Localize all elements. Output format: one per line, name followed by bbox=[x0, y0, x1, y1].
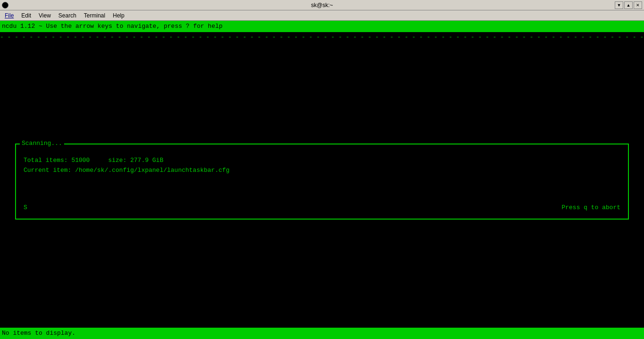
ncdu-status-bar: ncdu 1.12 ~ Use the arrow keys to naviga… bbox=[0, 21, 644, 32]
scanning-content: Total items: 51000 size: 277.9 GiB Curre… bbox=[24, 156, 620, 176]
menu-view[interactable]: View bbox=[35, 11, 55, 20]
menu-edit[interactable]: Edit bbox=[17, 11, 35, 20]
title-bar: sk@sk:~ ▼ ▲ ✕ bbox=[0, 0, 644, 10]
current-item-line: Current item: /home/sk/.config/lxpanel/l… bbox=[24, 166, 620, 176]
terminal-area: ncdu 1.12 ~ Use the arrow keys to naviga… bbox=[0, 21, 644, 339]
title-bar-left bbox=[2, 2, 8, 8]
menu-help[interactable]: Help bbox=[109, 11, 128, 20]
close-button[interactable]: ✕ bbox=[634, 1, 642, 9]
dashed-separator: - - - - - - - - - - - - - - - - - - - - … bbox=[0, 32, 644, 42]
footer-left: S bbox=[24, 204, 27, 211]
menu-file[interactable]: File bbox=[1, 11, 17, 20]
menu-search[interactable]: Search bbox=[55, 11, 80, 20]
scanning-footer: S Press q to abort bbox=[24, 204, 620, 211]
restore-button[interactable]: ▲ bbox=[624, 1, 633, 9]
footer-right: Press q to abort bbox=[561, 204, 620, 211]
total-items-label: Total items: 51000 bbox=[24, 157, 90, 164]
total-items-line: Total items: 51000 size: 277.9 GiB bbox=[24, 156, 620, 166]
terminal-icon bbox=[2, 2, 8, 8]
scanning-title: Scanning... bbox=[20, 140, 64, 147]
bottom-status-bar: No items to display. bbox=[0, 328, 644, 339]
size-label: size: 277.9 GiB bbox=[108, 157, 163, 164]
title-bar-controls: ▼ ▲ ✕ bbox=[615, 1, 642, 9]
minimize-button[interactable]: ▼ bbox=[615, 1, 623, 9]
menu-terminal[interactable]: Terminal bbox=[80, 11, 109, 20]
window-title: sk@sk:~ bbox=[311, 2, 333, 8]
scanning-dialog: Scanning... Total items: 51000 size: 277… bbox=[15, 144, 629, 220]
menu-bar: File Edit View Search Terminal Help bbox=[0, 10, 644, 21]
